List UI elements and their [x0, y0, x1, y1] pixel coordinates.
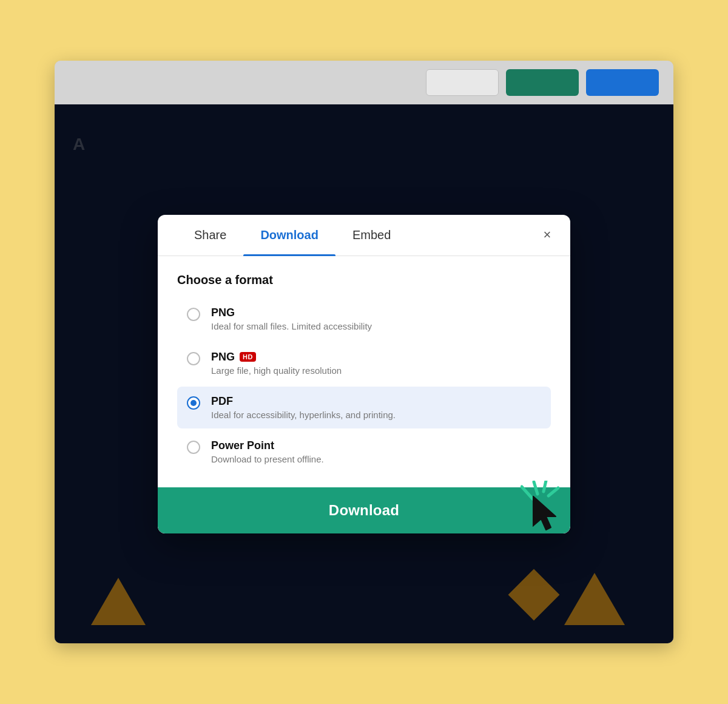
- format-name-pptx: Power Point: [211, 439, 324, 452]
- format-option-png-hd[interactable]: PNG HD Large file, high quality resoluti…: [177, 342, 551, 384]
- format-info-png: PNG Ideal for small files. Limited acces…: [211, 306, 372, 331]
- format-info-png-hd: PNG HD Large file, high quality resoluti…: [211, 351, 342, 376]
- radio-png-hd[interactable]: [187, 352, 200, 365]
- tab-embed[interactable]: Embed: [335, 215, 408, 256]
- radio-png[interactable]: [187, 308, 200, 321]
- section-title: Choose a format: [177, 273, 551, 287]
- tab-download[interactable]: Download: [243, 215, 335, 256]
- hd-badge: HD: [240, 352, 256, 362]
- modal-body: Choose a format PNG Ideal for small file…: [158, 256, 570, 473]
- format-option-pptx[interactable]: Power Point Download to present offline.: [177, 431, 551, 473]
- radio-pdf[interactable]: [187, 396, 200, 410]
- format-name-png: PNG: [211, 306, 372, 319]
- radio-pptx[interactable]: [187, 441, 200, 454]
- format-name-pdf: PDF: [211, 395, 396, 408]
- toolbar-button-green[interactable]: [506, 69, 579, 96]
- format-desc-pdf: Ideal for accessibility, hyperlinks, and…: [211, 410, 396, 420]
- format-desc-png: Ideal for small files. Limited accessibi…: [211, 321, 372, 331]
- toolbar-button-blue[interactable]: [586, 69, 659, 96]
- format-option-pdf[interactable]: PDF Ideal for accessibility, hyperlinks,…: [177, 387, 551, 428]
- format-info-pptx: Power Point Download to present offline.: [211, 439, 324, 464]
- format-info-pdf: PDF Ideal for accessibility, hyperlinks,…: [211, 395, 396, 420]
- format-option-png[interactable]: PNG Ideal for small files. Limited acces…: [177, 298, 551, 340]
- format-desc-pptx: Download to present offline.: [211, 454, 324, 464]
- modal-dialog: Share Download Embed × Choose a format P…: [158, 215, 570, 533]
- modal-header: Share Download Embed ×: [158, 215, 570, 256]
- browser-content: A Share Download Embed × Choose a format: [55, 104, 673, 643]
- close-button[interactable]: ×: [536, 224, 558, 246]
- format-name-png-hd: PNG HD: [211, 351, 342, 364]
- modal-footer: Download: [158, 475, 570, 533]
- tab-share[interactable]: Share: [177, 215, 243, 256]
- toolbar-button-light[interactable]: [426, 69, 499, 96]
- browser-toolbar: [55, 61, 673, 104]
- format-desc-png-hd: Large file, high quality resolution: [211, 365, 342, 376]
- modal-overlay: Share Download Embed × Choose a format P…: [55, 104, 673, 643]
- download-button[interactable]: Download: [158, 487, 570, 533]
- browser-window: A Share Download Embed × Choose a format: [55, 61, 673, 643]
